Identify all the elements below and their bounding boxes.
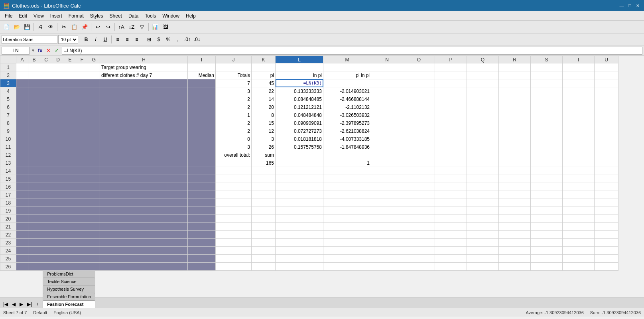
cell-C16[interactable] [40,183,52,191]
cell-H21[interactable] [100,223,188,231]
cell-A20[interactable] [16,215,28,223]
cell-F26[interactable] [76,263,88,271]
cell-T9[interactable] [563,127,595,135]
cell-I10[interactable]: 0 [188,135,216,143]
cell-P10[interactable] [435,135,467,143]
cell-L16[interactable] [276,183,323,191]
cell-A24[interactable] [16,247,28,255]
cell-J1[interactable] [216,63,252,71]
cell-F14[interactable] [76,167,88,175]
cell-C8[interactable] [40,119,52,127]
sort-desc-button[interactable]: ↓Z [127,22,136,32]
cell-N11[interactable] [371,143,403,151]
sheet-tab-fashion-forecast[interactable]: Fashion Forecast [43,300,95,308]
cell-Q18[interactable] [467,199,499,207]
cell-J2[interactable]: Totals [216,71,252,79]
cell-T22[interactable] [563,231,595,239]
insert-image-button[interactable]: 🖼 [161,22,170,32]
row-header-9[interactable]: 9 [0,127,16,135]
cell-S19[interactable] [531,207,563,215]
cell-T17[interactable] [563,191,595,199]
cell-O19[interactable] [403,207,435,215]
cell-P21[interactable] [435,223,467,231]
cell-K16[interactable] [252,183,276,191]
cell-G21[interactable] [88,223,100,231]
cell-M13[interactable]: 1 [323,159,371,167]
cell-P24[interactable] [435,247,467,255]
percent-button[interactable]: % [164,35,173,44]
cell-S9[interactable] [531,127,563,135]
cell-N1[interactable] [371,63,403,71]
cell-Q6[interactable] [467,103,499,111]
cell-M4[interactable]: -2.014903021 [323,87,371,95]
cell-S25[interactable] [531,255,563,263]
cell-H7[interactable] [100,111,188,119]
cell-A18[interactable] [16,199,28,207]
cell-O14[interactable] [403,167,435,175]
cell-T19[interactable] [563,207,595,215]
cell-U26[interactable] [595,263,618,271]
cell-Q24[interactable] [467,247,499,255]
preview-button[interactable]: 👁 [46,22,55,32]
cell-R5[interactable] [499,95,531,103]
cell-I17[interactable] [188,191,216,199]
menu-item-data[interactable]: Data [125,12,142,20]
cell-P18[interactable] [435,199,467,207]
col-header-N[interactable]: N [371,56,403,63]
cell-R24[interactable] [499,247,531,255]
cell-T5[interactable] [563,95,595,103]
cell-J19[interactable] [216,207,252,215]
col-header-A[interactable]: A [16,56,28,63]
cell-S8[interactable] [531,119,563,127]
cell-T20[interactable] [563,215,595,223]
function-wizard-button[interactable]: fx [37,47,44,53]
cell-K8[interactable]: 15 [252,119,276,127]
cell-D5[interactable] [52,95,64,103]
cell-E8[interactable] [64,119,76,127]
cell-R19[interactable] [499,207,531,215]
cell-F13[interactable] [76,159,88,167]
cell-N23[interactable] [371,239,403,247]
cell-I14[interactable] [188,167,216,175]
cell-C25[interactable] [40,255,52,263]
cell-D2[interactable] [52,71,64,79]
cell-E9[interactable] [64,127,76,135]
cell-M7[interactable]: -3.026503932 [323,111,371,119]
cell-D11[interactable] [52,143,64,151]
cell-I24[interactable] [188,247,216,255]
sort-asc-button[interactable]: ↑A [116,22,126,32]
cell-R11[interactable] [499,143,531,151]
cell-D18[interactable] [52,199,64,207]
cell-N6[interactable] [371,103,403,111]
cell-M19[interactable] [323,207,371,215]
formula-input[interactable] [62,47,642,55]
cell-F9[interactable] [76,127,88,135]
cell-L25[interactable] [276,255,323,263]
cell-U10[interactable] [595,135,618,143]
cell-P5[interactable] [435,95,467,103]
cell-K15[interactable] [252,175,276,183]
cell-E10[interactable] [64,135,76,143]
cell-F12[interactable] [76,151,88,159]
cell-G17[interactable] [88,191,100,199]
cell-G9[interactable] [88,127,100,135]
cell-S16[interactable] [531,183,563,191]
cell-H12[interactable] [100,151,188,159]
cell-M12[interactable] [323,151,371,159]
cell-M6[interactable]: -2.1102132 [323,103,371,111]
cell-S12[interactable] [531,151,563,159]
cell-K13[interactable]: 165 [252,159,276,167]
cell-E19[interactable] [64,207,76,215]
cell-D6[interactable] [52,103,64,111]
cell-I12[interactable] [188,151,216,159]
cell-S13[interactable] [531,159,563,167]
cell-L6[interactable]: 0.121212121 [276,103,323,111]
cell-Q22[interactable] [467,231,499,239]
cell-L12[interactable] [276,151,323,159]
cell-J25[interactable] [216,255,252,263]
cell-D1[interactable] [52,63,64,71]
cell-K20[interactable] [252,215,276,223]
print-button[interactable]: 🖨 [35,22,45,32]
cell-A9[interactable] [16,127,28,135]
cell-B26[interactable] [28,263,40,271]
